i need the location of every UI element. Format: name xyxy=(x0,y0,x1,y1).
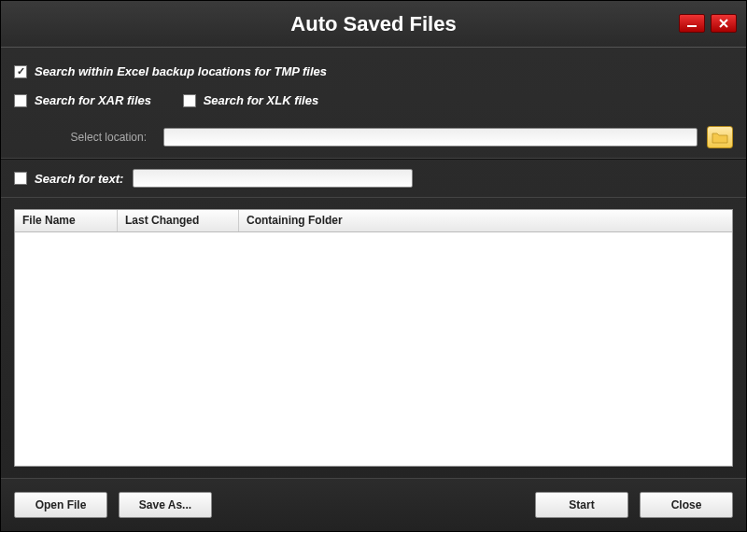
table-header: File Name Last Changed Containing Folder xyxy=(15,210,732,232)
results-table: File Name Last Changed Containing Folder xyxy=(14,209,733,467)
xlk-option-row: Search for XLK files xyxy=(183,93,319,107)
window-buttons xyxy=(679,14,737,33)
table-body[interactable] xyxy=(15,232,732,466)
close-window-button[interactable] xyxy=(711,14,737,33)
col-containing-folder[interactable]: Containing Folder xyxy=(239,210,732,231)
search-options-section: ✓ Search within Excel backup locations f… xyxy=(1,48,746,159)
search-text-input[interactable] xyxy=(133,169,413,188)
search-text-checkbox[interactable] xyxy=(14,172,27,185)
close-icon xyxy=(718,18,729,29)
col-last-changed[interactable]: Last Changed xyxy=(118,210,239,231)
browse-folder-button[interactable] xyxy=(707,126,733,148)
location-label: Select location: xyxy=(14,131,154,144)
window-title: Auto Saved Files xyxy=(290,12,456,36)
svg-rect-0 xyxy=(687,25,697,27)
footer-spacer xyxy=(223,492,524,518)
location-row: Select location: xyxy=(14,126,733,148)
auto-saved-files-window: Auto Saved Files ✓ Search within Excel b… xyxy=(0,0,747,532)
start-button[interactable]: Start xyxy=(535,492,628,518)
col-file-name[interactable]: File Name xyxy=(15,210,118,231)
minimize-button[interactable] xyxy=(679,14,705,33)
search-text-option: Search for text: xyxy=(14,172,123,186)
minimize-icon xyxy=(686,18,698,29)
footer: Open File Save As... Start Close xyxy=(1,478,746,531)
xlk-checkbox[interactable] xyxy=(183,94,196,107)
open-file-button[interactable]: Open File xyxy=(14,492,107,518)
tmp-option-row: ✓ Search within Excel backup locations f… xyxy=(14,64,733,78)
xar-checkbox[interactable] xyxy=(14,94,27,107)
xar-option-row: Search for XAR files xyxy=(14,93,151,107)
tmp-label: Search within Excel backup locations for… xyxy=(35,64,327,78)
titlebar: Auto Saved Files xyxy=(1,1,746,48)
location-input[interactable] xyxy=(163,128,698,147)
search-text-label: Search for text: xyxy=(35,172,123,186)
search-text-row: Search for text: xyxy=(14,169,733,188)
xar-label: Search for XAR files xyxy=(35,93,151,107)
close-button[interactable]: Close xyxy=(640,492,733,518)
tmp-checkbox[interactable]: ✓ xyxy=(14,65,27,78)
search-text-section: Search for text: xyxy=(1,159,746,198)
folder-icon xyxy=(712,131,728,144)
xlk-label: Search for XLK files xyxy=(204,93,319,107)
save-as-button[interactable]: Save As... xyxy=(119,492,212,518)
